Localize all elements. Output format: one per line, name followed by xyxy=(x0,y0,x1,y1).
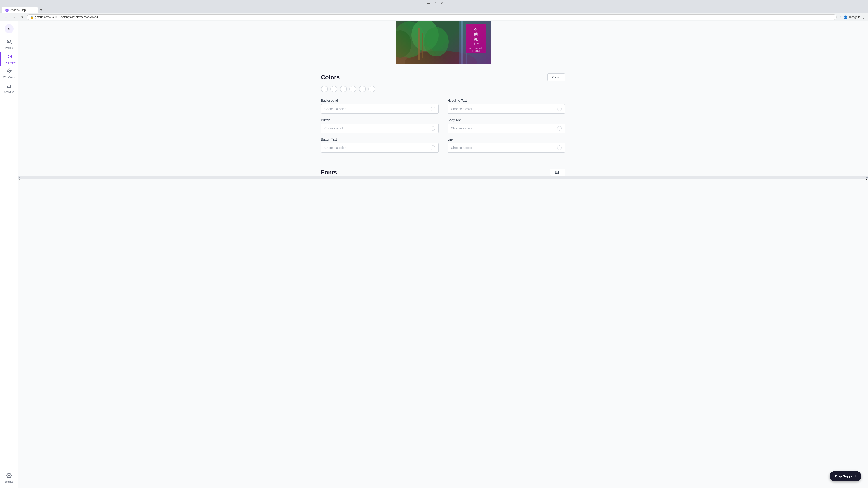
hero-svg: 不 動 滝 まで Fudo Taki Full 100M xyxy=(396,22,491,64)
headline-text-color-circle xyxy=(557,107,562,111)
workflows-label: Workflows xyxy=(3,76,15,78)
logo-icon: ☺ xyxy=(7,26,11,31)
new-tab-button[interactable]: + xyxy=(38,6,44,13)
colors-section-header: Colors Close xyxy=(321,73,565,81)
headline-text-field: Headline Text Choose a color xyxy=(447,99,565,113)
settings-label: Settings xyxy=(4,480,13,483)
people-label: People xyxy=(5,46,13,49)
svg-text:動: 動 xyxy=(474,32,477,36)
button-text-label: Button Text xyxy=(321,138,438,141)
fonts-title: Fonts xyxy=(321,169,337,176)
svg-rect-16 xyxy=(422,33,423,58)
drip-support-button[interactable]: Drip Support xyxy=(830,471,861,481)
svg-point-14 xyxy=(424,27,449,57)
background-color-circle xyxy=(431,107,435,111)
svg-rect-19 xyxy=(466,31,467,64)
colors-close-button[interactable]: Close xyxy=(548,73,565,81)
more-icon[interactable]: ⋮ xyxy=(862,15,865,19)
button-text-color-circle xyxy=(431,145,435,150)
campaigns-icon xyxy=(6,54,12,60)
bookmark-icon[interactable]: ☆ xyxy=(839,15,842,19)
colors-title: Colors xyxy=(321,74,340,81)
svg-rect-17 xyxy=(459,22,491,64)
address-bar[interactable]: 🔒 getdrip.com/7641396/settings/assets?se… xyxy=(27,14,837,20)
back-button[interactable]: ← xyxy=(3,15,8,20)
sidebar-item-analytics[interactable]: Analytics xyxy=(0,81,18,96)
body-text-label: Body Text xyxy=(447,118,565,122)
background-input[interactable]: Choose a color xyxy=(321,104,438,113)
link-placeholder: Choose a color xyxy=(451,146,472,150)
hero-placeholder: 不 動 滝 まで Fudo Taki Full 100M xyxy=(396,22,491,64)
toolbar-actions: ☆ 👤 Incognito ⋮ xyxy=(839,15,865,19)
color-grid: Background Choose a color Headline Text … xyxy=(321,99,565,153)
body-text-placeholder: Choose a color xyxy=(451,127,472,130)
profile-icon[interactable]: 👤 xyxy=(844,15,847,19)
color-swatch-4[interactable] xyxy=(349,86,356,92)
scrollbar-left-arrow[interactable]: ‹ xyxy=(19,177,20,178)
color-swatch-1[interactable] xyxy=(321,86,328,92)
browser-titlebar: — □ × xyxy=(0,0,868,6)
svg-point-9 xyxy=(396,44,436,64)
analytics-icon xyxy=(6,83,12,90)
button-label: Button xyxy=(321,118,438,122)
sidebar-item-workflows[interactable]: Workflows xyxy=(0,66,18,81)
svg-marker-2 xyxy=(7,69,11,73)
sidebar-item-people[interactable]: People xyxy=(0,37,18,52)
forward-button[interactable]: → xyxy=(11,15,17,20)
sidebar-logo[interactable]: ☺ xyxy=(4,24,13,33)
button-text-field: Button Text Choose a color xyxy=(321,138,438,153)
reload-button[interactable]: ↻ xyxy=(19,15,24,20)
scrollbar-area: ‹ › xyxy=(18,176,868,179)
svg-text:不: 不 xyxy=(474,27,477,31)
sidebar-item-campaigns[interactable]: Campaigns xyxy=(0,52,18,66)
minimize-icon[interactable]: — xyxy=(427,1,430,5)
body-text-field: Body Text Choose a color xyxy=(447,118,565,133)
app-layout: ☺ People Campaigns xyxy=(0,22,868,488)
fonts-section: Fonts Edit xyxy=(321,162,565,176)
button-placeholder: Choose a color xyxy=(324,127,346,130)
color-swatch-2[interactable] xyxy=(331,86,337,92)
svg-rect-20 xyxy=(466,24,486,53)
svg-text:滝: 滝 xyxy=(474,37,478,41)
tab-close-button[interactable]: × xyxy=(33,8,34,12)
fonts-edit-button[interactable]: Edit xyxy=(550,168,565,176)
colors-section: Colors Close Background xyxy=(321,69,565,153)
button-input[interactable]: Choose a color xyxy=(321,124,438,133)
headline-text-input[interactable]: Choose a color xyxy=(447,104,565,113)
svg-rect-8 xyxy=(396,22,491,64)
button-text-input[interactable]: Choose a color xyxy=(321,143,438,153)
svg-point-12 xyxy=(411,22,438,51)
link-input[interactable]: Choose a color xyxy=(447,143,565,153)
color-swatch-3[interactable] xyxy=(340,86,347,92)
svg-rect-15 xyxy=(418,28,420,60)
color-swatches xyxy=(321,86,565,92)
svg-point-13 xyxy=(396,31,411,58)
people-icon xyxy=(6,39,12,46)
headline-text-placeholder: Choose a color xyxy=(451,107,472,111)
background-field: Background Choose a color xyxy=(321,99,438,113)
link-color-circle xyxy=(557,145,562,150)
incognito-label: Incognito xyxy=(849,15,860,19)
svg-rect-18 xyxy=(461,22,463,64)
svg-marker-1 xyxy=(7,55,9,58)
sidebar-item-settings[interactable]: Settings xyxy=(0,470,18,485)
link-field: Link Choose a color xyxy=(447,138,565,153)
content-area: Colors Close Background xyxy=(307,69,579,176)
lock-icon: 🔒 xyxy=(31,16,34,19)
body-text-input[interactable]: Choose a color xyxy=(447,124,565,133)
active-tab[interactable]: D Assets · Drip × xyxy=(2,7,38,13)
hero-image-container: 不 動 滝 まで Fudo Taki Full 100M xyxy=(18,22,868,69)
maximize-icon[interactable]: □ xyxy=(435,2,436,5)
headline-text-label: Headline Text xyxy=(447,99,565,102)
background-label: Background xyxy=(321,99,438,102)
svg-text:Fudo Taki Full: Fudo Taki Full xyxy=(469,47,482,50)
analytics-label: Analytics xyxy=(4,91,14,93)
workflows-icon xyxy=(6,68,12,75)
main-content: 不 動 滝 まで Fudo Taki Full 100M Colors Clos… xyxy=(18,22,868,488)
background-placeholder: Choose a color xyxy=(324,107,346,111)
close-window-icon[interactable]: × xyxy=(441,1,443,5)
color-swatch-5[interactable] xyxy=(359,86,366,92)
tab-bar: D Assets · Drip × + xyxy=(0,6,868,13)
scrollbar-right-arrow[interactable]: › xyxy=(866,177,868,178)
color-swatch-6[interactable] xyxy=(368,86,375,92)
